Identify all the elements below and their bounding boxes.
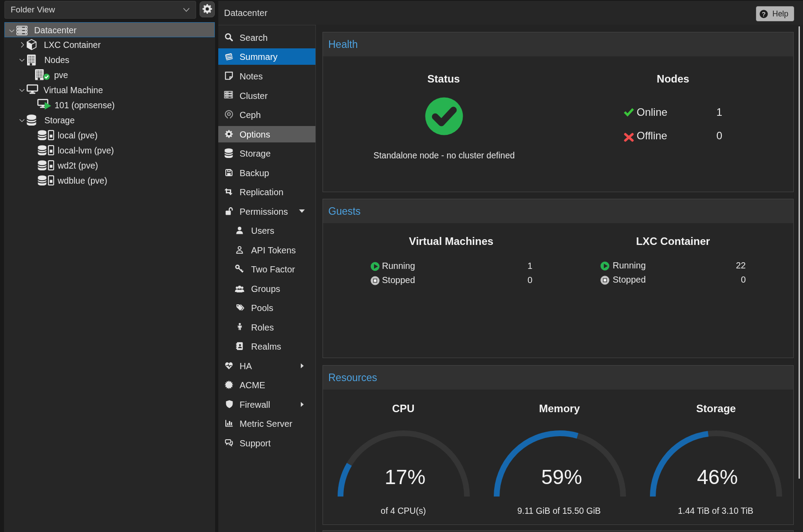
- svg-text:?: ?: [762, 11, 766, 18]
